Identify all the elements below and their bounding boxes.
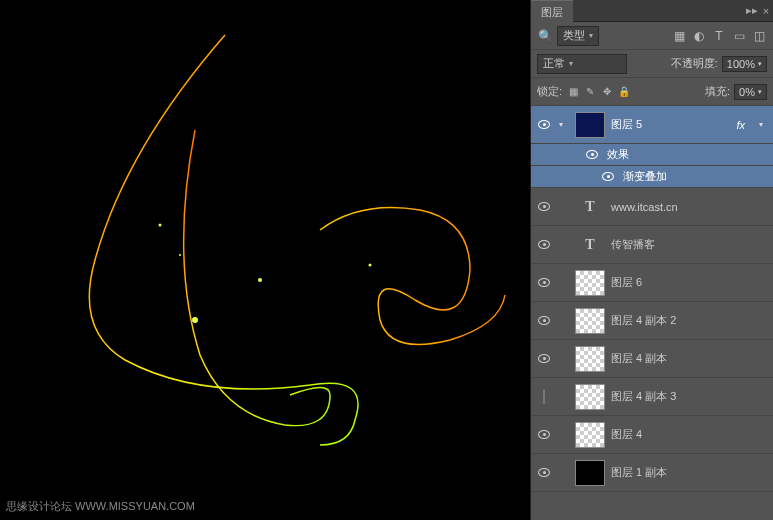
layer-name[interactable]: 图层 6 <box>611 275 642 290</box>
blend-mode-label: 正常 <box>543 56 565 71</box>
lock-all-icon[interactable]: 🔒 <box>617 84 631 100</box>
layer-thumbnail[interactable] <box>575 346 605 372</box>
lock-label: 锁定: <box>537 84 562 99</box>
collapse-icon[interactable]: ▸▸ <box>745 4 759 17</box>
fx-expand-icon[interactable]: ▾ <box>759 120 769 129</box>
text-layer-icon: T <box>575 232 605 258</box>
visibility-toggle[interactable] <box>535 201 553 213</box>
layer-name[interactable]: 图层 5 <box>611 117 642 132</box>
layer-name[interactable]: 图层 4 副本 <box>611 351 667 366</box>
opacity-label: 不透明度: <box>671 56 718 71</box>
panel-tab-layers[interactable]: 图层 <box>531 0 573 22</box>
layer-row[interactable]: 图层 4 副本 2 <box>531 302 773 340</box>
close-icon[interactable]: × <box>759 5 773 17</box>
layer-row[interactable]: T www.itcast.cn <box>531 188 773 226</box>
eye-icon <box>538 468 550 477</box>
eye-icon <box>538 278 550 287</box>
fill-label: 填充: <box>705 84 730 99</box>
fx-effects-row[interactable]: 效果 <box>531 144 773 166</box>
layer-name[interactable]: 传智播客 <box>611 237 655 252</box>
lock-pixels-icon[interactable]: ✎ <box>583 84 597 100</box>
fx-effects-label: 效果 <box>607 147 629 162</box>
eye-icon <box>538 202 550 211</box>
chevron-down-icon: ▾ <box>758 60 762 68</box>
layer-thumbnail[interactable] <box>575 460 605 486</box>
filter-shape-icon[interactable]: ▭ <box>731 28 747 44</box>
lock-position-icon[interactable]: ✥ <box>600 84 614 100</box>
layer-thumbnail[interactable] <box>575 270 605 296</box>
filter-smart-icon[interactable]: ◫ <box>751 28 767 44</box>
layer-thumbnail[interactable] <box>575 384 605 410</box>
visibility-toggle[interactable] <box>583 149 601 161</box>
layer-name[interactable]: 图层 1 副本 <box>611 465 667 480</box>
layer-row[interactable]: 图层 1 副本 <box>531 454 773 492</box>
text-layer-icon: T <box>575 194 605 220</box>
svg-point-3 <box>369 264 372 267</box>
hidden-icon <box>543 390 545 404</box>
svg-point-4 <box>179 254 181 256</box>
expand-icon[interactable]: ▾ <box>559 120 569 129</box>
layers-list: ▾ 图层 5 fx ▾ 效果 渐变叠加 T www.itcast.cn T 传智… <box>531 106 773 520</box>
fx-indicator[interactable]: fx <box>736 119 753 131</box>
filter-pixel-icon[interactable]: ▦ <box>671 28 687 44</box>
svg-point-2 <box>159 224 162 227</box>
visibility-toggle[interactable] <box>535 239 553 251</box>
layer-row[interactable]: 图层 4 副本 3 <box>531 378 773 416</box>
visibility-toggle[interactable] <box>535 467 553 479</box>
opacity-value: 100% <box>727 58 755 70</box>
eye-icon <box>538 316 550 325</box>
layer-thumbnail[interactable] <box>575 308 605 334</box>
blend-mode-dropdown[interactable]: 正常 ▾ <box>537 54 627 74</box>
layers-panel: 图层 ▸▸ × 🔍 类型 ▾ ▦ ◐ T ▭ ◫ 正常 ▾ 不透明度: 100%… <box>530 0 773 520</box>
fill-input[interactable]: 0% ▾ <box>734 84 767 100</box>
chevron-down-icon: ▾ <box>758 88 762 96</box>
layer-name[interactable]: 图层 4 副本 2 <box>611 313 676 328</box>
lock-transparency-icon[interactable]: ▦ <box>566 84 580 100</box>
visibility-toggle[interactable] <box>599 171 617 183</box>
layer-row[interactable]: T 传智播客 <box>531 226 773 264</box>
filter-text-icon[interactable]: T <box>711 28 727 44</box>
search-icon: 🔍 <box>537 28 553 44</box>
visibility-toggle[interactable] <box>535 353 553 365</box>
visibility-toggle[interactable] <box>535 429 553 441</box>
layer-row[interactable]: ▾ 图层 5 fx ▾ <box>531 106 773 144</box>
visibility-toggle[interactable] <box>535 315 553 327</box>
fx-gradient-row[interactable]: 渐变叠加 <box>531 166 773 188</box>
fill-value: 0% <box>739 86 755 98</box>
filter-type-label: 类型 <box>563 28 585 43</box>
visibility-toggle[interactable] <box>535 391 553 403</box>
svg-point-1 <box>258 278 262 282</box>
layer-row[interactable]: 图层 6 <box>531 264 773 302</box>
layer-row[interactable]: 图层 4 <box>531 416 773 454</box>
layer-thumbnail[interactable] <box>575 112 605 138</box>
fx-gradient-label: 渐变叠加 <box>623 169 667 184</box>
svg-point-0 <box>192 317 198 323</box>
layer-name[interactable]: www.itcast.cn <box>611 201 678 213</box>
layer-row[interactable]: 图层 4 副本 <box>531 340 773 378</box>
visibility-toggle[interactable] <box>535 119 553 131</box>
chevron-down-icon: ▾ <box>569 59 573 68</box>
chevron-down-icon: ▾ <box>589 31 593 40</box>
eye-icon <box>586 150 598 159</box>
watermark: 思缘设计论坛 WWW.MISSYUAN.COM <box>6 499 195 514</box>
layer-name[interactable]: 图层 4 <box>611 427 642 442</box>
opacity-input[interactable]: 100% ▾ <box>722 56 767 72</box>
eye-icon <box>602 172 614 181</box>
visibility-toggle[interactable] <box>535 277 553 289</box>
layer-name[interactable]: 图层 4 副本 3 <box>611 389 676 404</box>
eye-icon <box>538 120 550 129</box>
eye-icon <box>538 430 550 439</box>
eye-icon <box>538 354 550 363</box>
layer-thumbnail[interactable] <box>575 422 605 448</box>
canvas-area[interactable]: 思缘设计论坛 WWW.MISSYUAN.COM <box>0 0 530 520</box>
filter-type-dropdown[interactable]: 类型 ▾ <box>557 26 599 46</box>
eye-icon <box>538 240 550 249</box>
filter-adjust-icon[interactable]: ◐ <box>691 28 707 44</box>
